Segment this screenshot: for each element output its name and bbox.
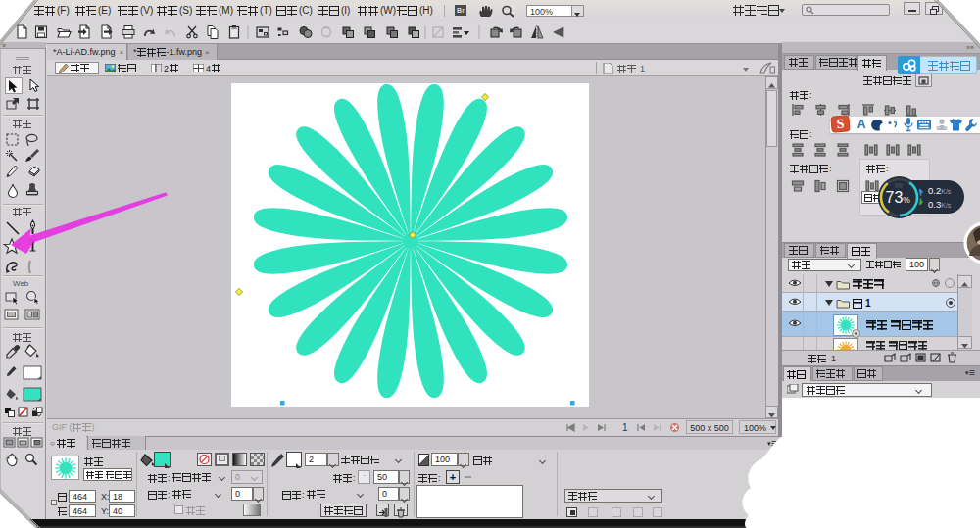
- svg-text:0.2K/s: 0.2K/s: [928, 185, 952, 196]
- svg-text:0.3K/s: 0.3K/s: [928, 199, 952, 210]
- svg-text:1: 1: [622, 422, 628, 433]
